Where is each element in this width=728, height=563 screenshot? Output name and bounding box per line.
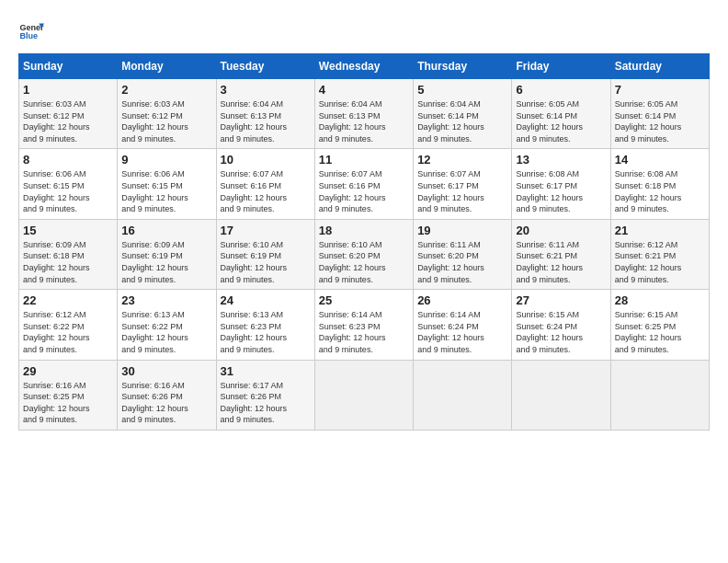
day-number: 22 (23, 293, 113, 307)
logo: General Blue (18, 18, 44, 44)
day-cell: 6 Sunrise: 6:05 AM Sunset: 6:14 PM Dayli… (512, 79, 610, 149)
day-number: 6 (516, 83, 606, 97)
day-cell (610, 360, 709, 430)
day-cell: 22 Sunrise: 6:12 AM Sunset: 6:22 PM Dayl… (19, 290, 118, 360)
day-cell: 26 Sunrise: 6:14 AM Sunset: 6:24 PM Dayl… (414, 290, 512, 360)
day-info: Sunrise: 6:06 AM Sunset: 6:15 PM Dayligh… (121, 168, 211, 214)
day-info: Sunrise: 6:08 AM Sunset: 6:18 PM Dayligh… (615, 168, 705, 214)
week-row-1: 1 Sunrise: 6:03 AM Sunset: 6:12 PM Dayli… (19, 79, 710, 149)
day-cell: 17 Sunrise: 6:10 AM Sunset: 6:19 PM Dayl… (216, 219, 314, 289)
day-number: 18 (319, 224, 409, 237)
day-info: Sunrise: 6:16 AM Sunset: 6:25 PM Dayligh… (23, 380, 113, 426)
day-info: Sunrise: 6:04 AM Sunset: 6:13 PM Dayligh… (221, 98, 311, 144)
day-cell: 1 Sunrise: 6:03 AM Sunset: 6:12 PM Dayli… (19, 79, 118, 149)
week-row-5: 29 Sunrise: 6:16 AM Sunset: 6:25 PM Dayl… (19, 360, 710, 430)
day-info: Sunrise: 6:15 AM Sunset: 6:25 PM Dayligh… (615, 309, 705, 355)
day-info: Sunrise: 6:12 AM Sunset: 6:22 PM Dayligh… (23, 309, 113, 355)
day-cell: 20 Sunrise: 6:11 AM Sunset: 6:21 PM Dayl… (512, 219, 610, 289)
day-info: Sunrise: 6:12 AM Sunset: 6:21 PM Dayligh… (615, 239, 705, 285)
day-info: Sunrise: 6:03 AM Sunset: 6:12 PM Dayligh… (23, 98, 113, 144)
day-info: Sunrise: 6:09 AM Sunset: 6:18 PM Dayligh… (23, 239, 113, 285)
day-info: Sunrise: 6:04 AM Sunset: 6:14 PM Dayligh… (417, 98, 507, 144)
day-cell: 13 Sunrise: 6:08 AM Sunset: 6:17 PM Dayl… (512, 149, 610, 219)
day-cell: 30 Sunrise: 6:16 AM Sunset: 6:26 PM Dayl… (118, 360, 216, 430)
day-info: Sunrise: 6:14 AM Sunset: 6:23 PM Dayligh… (319, 309, 409, 355)
week-row-2: 8 Sunrise: 6:06 AM Sunset: 6:15 PM Dayli… (19, 149, 710, 219)
day-info: Sunrise: 6:05 AM Sunset: 6:14 PM Dayligh… (516, 98, 606, 144)
day-info: Sunrise: 6:13 AM Sunset: 6:23 PM Dayligh… (221, 309, 311, 355)
day-number: 3 (221, 83, 311, 97)
day-info: Sunrise: 6:08 AM Sunset: 6:17 PM Dayligh… (516, 168, 606, 214)
day-number: 30 (121, 364, 211, 378)
day-number: 29 (23, 364, 113, 378)
day-info: Sunrise: 6:07 AM Sunset: 6:16 PM Dayligh… (221, 168, 311, 214)
day-cell (314, 360, 413, 430)
day-info: Sunrise: 6:17 AM Sunset: 6:26 PM Dayligh… (221, 380, 311, 426)
day-header-thursday: Thursday (414, 54, 512, 79)
day-cell: 7 Sunrise: 6:05 AM Sunset: 6:14 PM Dayli… (610, 79, 709, 149)
day-info: Sunrise: 6:10 AM Sunset: 6:19 PM Dayligh… (221, 239, 311, 285)
day-number: 20 (516, 224, 606, 237)
day-cell: 2 Sunrise: 6:03 AM Sunset: 6:12 PM Dayli… (118, 79, 216, 149)
week-row-3: 15 Sunrise: 6:09 AM Sunset: 6:18 PM Dayl… (19, 219, 710, 289)
day-cell: 21 Sunrise: 6:12 AM Sunset: 6:21 PM Dayl… (610, 219, 709, 289)
day-cell: 24 Sunrise: 6:13 AM Sunset: 6:23 PM Dayl… (216, 290, 314, 360)
day-number: 13 (516, 153, 606, 167)
day-info: Sunrise: 6:15 AM Sunset: 6:24 PM Dayligh… (516, 309, 606, 355)
day-cell: 15 Sunrise: 6:09 AM Sunset: 6:18 PM Dayl… (19, 219, 118, 289)
day-info: Sunrise: 6:16 AM Sunset: 6:26 PM Dayligh… (121, 380, 211, 426)
day-info: Sunrise: 6:07 AM Sunset: 6:17 PM Dayligh… (417, 168, 507, 214)
day-cell: 19 Sunrise: 6:11 AM Sunset: 6:20 PM Dayl… (414, 219, 512, 289)
day-number: 26 (417, 293, 507, 307)
day-cell: 9 Sunrise: 6:06 AM Sunset: 6:15 PM Dayli… (118, 149, 216, 219)
day-cell: 31 Sunrise: 6:17 AM Sunset: 6:26 PM Dayl… (216, 360, 314, 430)
day-info: Sunrise: 6:11 AM Sunset: 6:21 PM Dayligh… (516, 239, 606, 285)
day-number: 25 (319, 293, 409, 307)
day-number: 23 (121, 293, 211, 307)
day-header-saturday: Saturday (610, 54, 709, 79)
calendar-table: SundayMondayTuesdayWednesdayThursdayFrid… (18, 53, 710, 431)
calendar-header-row: SundayMondayTuesdayWednesdayThursdayFrid… (19, 54, 710, 79)
day-number: 10 (221, 153, 311, 167)
day-info: Sunrise: 6:05 AM Sunset: 6:14 PM Dayligh… (615, 98, 705, 144)
day-number: 17 (221, 224, 311, 237)
day-number: 19 (417, 224, 507, 237)
day-header-sunday: Sunday (19, 54, 118, 79)
day-number: 5 (417, 83, 507, 97)
day-header-monday: Monday (118, 54, 216, 79)
day-cell: 3 Sunrise: 6:04 AM Sunset: 6:13 PM Dayli… (216, 79, 314, 149)
calendar-body: 1 Sunrise: 6:03 AM Sunset: 6:12 PM Dayli… (19, 79, 710, 431)
day-info: Sunrise: 6:07 AM Sunset: 6:16 PM Dayligh… (319, 168, 409, 214)
day-cell: 5 Sunrise: 6:04 AM Sunset: 6:14 PM Dayli… (414, 79, 512, 149)
day-cell: 11 Sunrise: 6:07 AM Sunset: 6:16 PM Dayl… (314, 149, 413, 219)
day-info: Sunrise: 6:14 AM Sunset: 6:24 PM Dayligh… (417, 309, 507, 355)
day-number: 31 (221, 364, 311, 378)
day-number: 24 (221, 293, 311, 307)
day-number: 28 (615, 293, 705, 307)
day-info: Sunrise: 6:03 AM Sunset: 6:12 PM Dayligh… (121, 98, 211, 144)
day-cell: 23 Sunrise: 6:13 AM Sunset: 6:22 PM Dayl… (118, 290, 216, 360)
day-header-wednesday: Wednesday (314, 54, 413, 79)
day-cell (512, 360, 610, 430)
day-info: Sunrise: 6:13 AM Sunset: 6:22 PM Dayligh… (121, 309, 211, 355)
day-number: 27 (516, 293, 606, 307)
day-header-tuesday: Tuesday (216, 54, 314, 79)
day-cell: 8 Sunrise: 6:06 AM Sunset: 6:15 PM Dayli… (19, 149, 118, 219)
day-number: 14 (615, 153, 705, 167)
day-info: Sunrise: 6:06 AM Sunset: 6:15 PM Dayligh… (23, 168, 113, 214)
day-cell (414, 360, 512, 430)
day-info: Sunrise: 6:11 AM Sunset: 6:20 PM Dayligh… (417, 239, 507, 285)
day-cell: 16 Sunrise: 6:09 AM Sunset: 6:19 PM Dayl… (118, 219, 216, 289)
day-info: Sunrise: 6:10 AM Sunset: 6:20 PM Dayligh… (319, 239, 409, 285)
day-cell: 28 Sunrise: 6:15 AM Sunset: 6:25 PM Dayl… (610, 290, 709, 360)
day-header-friday: Friday (512, 54, 610, 79)
day-cell: 29 Sunrise: 6:16 AM Sunset: 6:25 PM Dayl… (19, 360, 118, 430)
day-number: 7 (615, 83, 705, 97)
day-number: 9 (121, 153, 211, 167)
day-info: Sunrise: 6:09 AM Sunset: 6:19 PM Dayligh… (121, 239, 211, 285)
day-cell: 14 Sunrise: 6:08 AM Sunset: 6:18 PM Dayl… (610, 149, 709, 219)
day-number: 4 (319, 83, 409, 97)
day-number: 21 (615, 224, 705, 237)
day-number: 16 (121, 224, 211, 237)
day-number: 8 (23, 153, 113, 167)
